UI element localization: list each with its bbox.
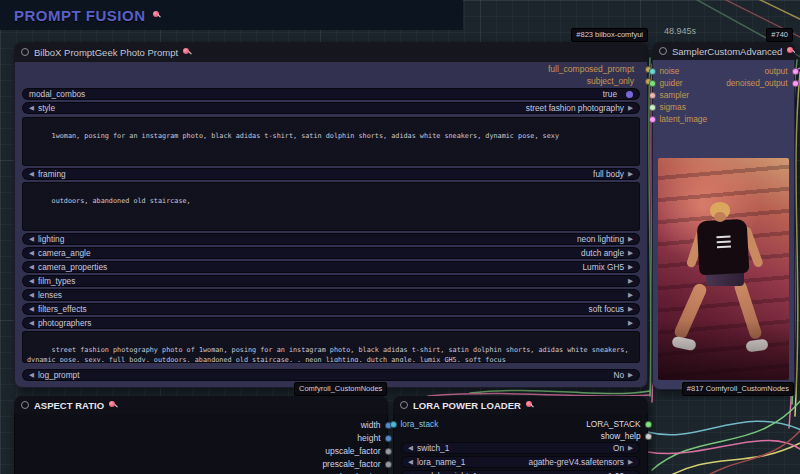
increment-arrow-icon[interactable]: ▶ xyxy=(628,291,633,299)
slot-label: upscale_factor xyxy=(325,446,380,456)
increment-arrow-icon[interactable]: ▶ xyxy=(628,104,633,112)
decrement-arrow-icon[interactable]: ◀ xyxy=(408,458,413,466)
slot-dot[interactable] xyxy=(385,435,392,442)
slot-label: lora_stack xyxy=(401,419,439,429)
slot-dot[interactable] xyxy=(649,104,656,111)
widget-camera-properties[interactable]: ◀ camera_properties Lumix GH5 ▶ xyxy=(22,261,640,273)
decrement-arrow-icon[interactable]: ◀ xyxy=(29,305,34,313)
widget-switch-1[interactable]: ◀ switch_1 On ▶ xyxy=(401,442,640,454)
collapse-icon[interactable] xyxy=(21,48,29,56)
increment-arrow-icon[interactable]: ▶ xyxy=(628,277,633,285)
decrement-arrow-icon[interactable]: ◀ xyxy=(29,277,34,285)
slot-dot[interactable] xyxy=(645,421,652,428)
increment-arrow-icon[interactable]: ▶ xyxy=(628,444,633,452)
decrement-arrow-icon[interactable]: ◀ xyxy=(29,104,34,112)
textarea-environment[interactable]: outdoors, abandoned old staircase, xyxy=(22,182,640,231)
slot-dot[interactable] xyxy=(645,433,652,440)
widget-lighting[interactable]: ◀ lighting neon lighting ▶ xyxy=(22,233,640,245)
widget-lora-name-1[interactable]: ◀ lora_name_1 agathe-greV4.safetensors ▶ xyxy=(401,456,640,468)
decrement-arrow-icon[interactable]: ◀ xyxy=(29,170,34,178)
widget-label: switch_1 xyxy=(417,443,449,453)
widget-camera-angle[interactable]: ◀ camera_angle dutch angle ▶ xyxy=(22,247,640,259)
slot-dot[interactable] xyxy=(649,116,656,123)
slot-dot[interactable] xyxy=(649,68,656,75)
output-slot-denoised-output[interactable]: denoised_output xyxy=(726,78,795,88)
output-slot-upscale-factor[interactable]: upscale_factor xyxy=(325,446,388,456)
widget-lenses[interactable]: ◀ lenses ▶ xyxy=(22,289,640,301)
widget-label: style xyxy=(38,103,55,113)
collapse-icon[interactable] xyxy=(21,401,29,409)
execution-timer: 48.945s xyxy=(664,26,696,36)
toggle-icon[interactable] xyxy=(626,91,633,98)
increment-arrow-icon[interactable]: ▶ xyxy=(628,371,633,379)
output-slot-show-help[interactable]: show_help xyxy=(601,431,648,441)
node-header[interactable]: LORA POWER LOADER xyxy=(393,396,648,414)
textarea-text: outdoors, abandoned old staircase, xyxy=(52,197,191,205)
output-slot-height[interactable]: height xyxy=(357,433,388,443)
preview-shadow xyxy=(658,320,789,380)
increment-arrow-icon[interactable]: ▶ xyxy=(628,170,633,178)
widget-model-weight-1[interactable]: ◀ model_weight_1 1.00 ▶ xyxy=(401,470,640,474)
input-slot-guider[interactable]: guider xyxy=(652,78,683,88)
textarea-composed-prompt[interactable]: street fashion photography photo of 1wom… xyxy=(22,331,640,363)
input-slot-sampler[interactable]: sampler xyxy=(652,90,689,100)
decrement-arrow-icon[interactable]: ◀ xyxy=(408,444,413,452)
widget-framing[interactable]: ◀ framing full body ▶ xyxy=(22,168,640,180)
increment-arrow-icon[interactable]: ▶ xyxy=(628,319,633,327)
input-slot-noise[interactable]: noise xyxy=(652,66,679,76)
node-header[interactable]: ASPECT RATIO xyxy=(14,396,388,414)
input-slot-sigmas[interactable]: sigmas xyxy=(652,102,686,112)
node-header[interactable]: BilboX PromptGeek Photo Prompt xyxy=(14,42,648,62)
slot-label: guider xyxy=(660,78,683,88)
badge-preview-id: #817 Comfyroll_CustomNodes xyxy=(682,382,794,396)
slot-dot[interactable] xyxy=(649,80,656,87)
textarea-subject[interactable]: 1woman, posing for an instagram photo, b… xyxy=(22,117,640,166)
slot-label: LORA_STACK xyxy=(586,419,640,429)
slot-dot[interactable] xyxy=(649,92,656,99)
slot-dot[interactable] xyxy=(385,448,392,455)
node-sampler-custom-advanced: SamplerCustomAdvanced noise guider sampl… xyxy=(652,42,795,390)
widget-style[interactable]: ◀ style street fashion photography ▶ xyxy=(22,102,640,114)
slot-dot[interactable] xyxy=(390,421,397,428)
widget-filters-effects[interactable]: ◀ filters_effects soft focus ▶ xyxy=(22,303,640,315)
decrement-arrow-icon[interactable]: ◀ xyxy=(29,263,34,271)
wire xyxy=(748,0,800,22)
slot-label: denoised_output xyxy=(726,78,787,88)
increment-arrow-icon[interactable]: ▶ xyxy=(628,249,633,257)
slot-label: width xyxy=(361,420,381,430)
widget-label: camera_angle xyxy=(38,248,91,258)
decrement-arrow-icon[interactable]: ◀ xyxy=(29,235,34,243)
input-slot-lora-stack[interactable]: lora_stack xyxy=(393,419,438,429)
widget-log-prompt[interactable]: ◀ log_prompt No ▶ xyxy=(22,369,640,381)
collapse-icon[interactable] xyxy=(659,47,667,55)
node-bilbox-promptgeek: BilboX PromptGeek Photo Prompt full_comp… xyxy=(14,42,648,388)
widget-label: modal_combos xyxy=(29,89,85,99)
slot-dot[interactable] xyxy=(385,461,392,468)
output-slot-lora-stack[interactable]: LORA_STACK xyxy=(586,419,648,429)
widget-photographers[interactable]: ◀ photographers ▶ xyxy=(22,317,640,329)
decrement-arrow-icon[interactable]: ◀ xyxy=(29,291,34,299)
increment-arrow-icon[interactable]: ▶ xyxy=(628,458,633,466)
increment-arrow-icon[interactable]: ▶ xyxy=(628,235,633,243)
output-slot-output[interactable]: output xyxy=(764,66,795,76)
slot-dot[interactable] xyxy=(792,80,799,87)
node-editor-canvas[interactable]: PROMPT FUSION #823 bilbox-comfyui 48.945… xyxy=(0,0,800,474)
collapse-icon[interactable] xyxy=(400,401,408,409)
widget-modal-combos[interactable]: modal_combos true xyxy=(22,88,640,100)
decrement-arrow-icon[interactable]: ◀ xyxy=(29,371,34,379)
widget-film-types[interactable]: ◀ film_types ▶ xyxy=(22,275,640,287)
slot-dot[interactable] xyxy=(792,68,799,75)
decrement-arrow-icon[interactable]: ◀ xyxy=(29,319,34,327)
node-header[interactable]: SamplerCustomAdvanced xyxy=(652,42,795,60)
increment-arrow-icon[interactable]: ▶ xyxy=(628,263,633,271)
output-slot-width[interactable]: width xyxy=(361,420,388,430)
widget-value: soft focus xyxy=(588,304,624,314)
input-slot-latent-image[interactable]: latent_image xyxy=(652,114,707,124)
widget-value: Lumix GH5 xyxy=(583,262,625,272)
node-title: ASPECT RATIO xyxy=(34,400,104,411)
textarea-text: 1woman, posing for an instagram photo, b… xyxy=(52,132,559,140)
output-slot-prescale-factor[interactable]: prescale_factor xyxy=(322,459,388,469)
widget-label: lenses xyxy=(38,290,62,300)
increment-arrow-icon[interactable]: ▶ xyxy=(628,305,633,313)
decrement-arrow-icon[interactable]: ◀ xyxy=(29,249,34,257)
